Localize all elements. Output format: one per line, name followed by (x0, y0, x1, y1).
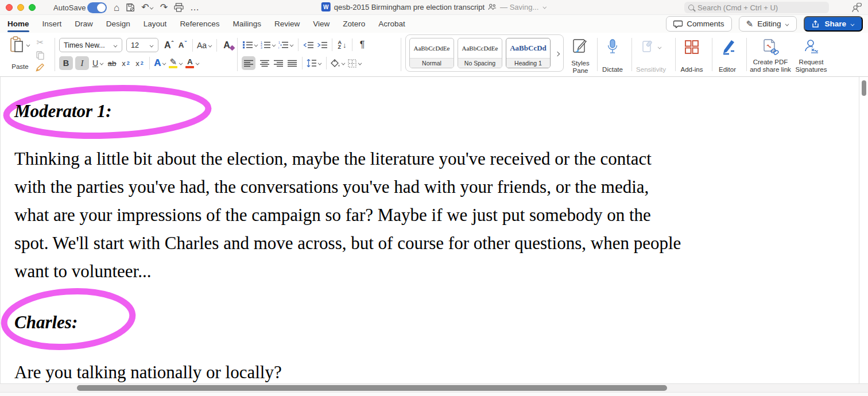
search-input[interactable] (698, 3, 818, 12)
clear-formatting-button[interactable]: A (220, 38, 234, 52)
change-case-label: Aa (197, 41, 207, 50)
line-spacing-button[interactable] (305, 56, 323, 70)
tab-draw[interactable]: Draw (75, 15, 93, 33)
create-pdf-button[interactable]: Create PDFand share link (749, 33, 792, 77)
align-center-button[interactable] (258, 56, 272, 70)
tab-view[interactable]: View (313, 15, 330, 33)
change-case-button[interactable]: Aa (196, 38, 214, 52)
redo-icon[interactable]: ↷ (160, 3, 168, 12)
shading-button[interactable] (330, 56, 347, 70)
word-app-window: AutoSave ⌂ ↶ ↷ … W qesb-2015 Birmingham … (0, 0, 868, 396)
search-box[interactable] (684, 2, 829, 13)
title-chevron-icon[interactable] (542, 5, 546, 9)
dictate-button[interactable]: Dictate (599, 33, 626, 77)
svg-text:i: i (278, 46, 279, 49)
undo-chevron-icon[interactable] (149, 6, 153, 9)
request-signatures-label: RequestSignatures (793, 59, 829, 73)
comments-button[interactable]: Comments (666, 16, 731, 32)
grow-font-button[interactable]: Aˆ (162, 38, 176, 52)
tab-zotero[interactable]: Zotero (343, 15, 365, 33)
style-normal-label: Normal (410, 58, 454, 68)
zoom-window-button[interactable] (29, 4, 36, 11)
vertical-scrollbar-thumb[interactable] (862, 80, 866, 96)
highlight-chevron-icon (179, 61, 183, 65)
styles-pane-button[interactable]: StylesPane (566, 33, 595, 77)
horizontal-scrollbar-track[interactable] (0, 383, 868, 392)
tab-acrobat[interactable]: Acrobat (378, 15, 405, 33)
borders-button[interactable] (347, 56, 363, 70)
request-signatures-icon (804, 39, 819, 55)
underline-button[interactable]: U (91, 56, 105, 70)
undo-button[interactable]: ↶ (141, 3, 153, 12)
increase-indent-button[interactable] (315, 38, 329, 52)
copy-icon[interactable] (36, 51, 44, 60)
sort-button[interactable]: AZ ↓ (335, 38, 349, 52)
tab-layout[interactable]: Layout (144, 15, 167, 33)
borders-chevron-icon (358, 61, 362, 65)
line-spacing-icon (307, 59, 316, 67)
format-painter-icon[interactable] (36, 63, 45, 72)
horizontal-scrollbar-thumb[interactable] (77, 385, 667, 391)
align-right-button[interactable] (272, 56, 285, 70)
tab-review[interactable]: Review (274, 15, 300, 33)
tab-insert[interactable]: Insert (42, 15, 62, 33)
tab-home[interactable]: Home (7, 15, 29, 33)
cut-icon[interactable]: ✂ (37, 37, 44, 48)
bullets-icon (243, 41, 253, 49)
tab-mailings[interactable]: Mailings (232, 15, 261, 33)
request-signatures-button[interactable]: RequestSignatures (793, 33, 829, 77)
close-window-button[interactable] (6, 4, 13, 11)
document-title[interactable]: qesb-2015 Birmingham pre election transc… (334, 3, 485, 11)
more-commands-icon[interactable]: … (190, 3, 199, 12)
font-name-chevron-icon (114, 43, 117, 46)
show-paragraph-marks-button[interactable]: ¶ (355, 38, 369, 52)
subscript-button[interactable]: x2 (119, 56, 133, 70)
style-normal[interactable]: AaBbCcDdEe Normal (409, 38, 454, 68)
bullets-button[interactable] (242, 38, 259, 52)
add-ins-button[interactable]: Add-ins (677, 33, 706, 77)
font-group: Times New... 12 Aˆ Aˇ Aa (59, 33, 236, 77)
numbering-button[interactable]: 123 (259, 38, 277, 52)
decrease-indent-button[interactable] (301, 38, 315, 52)
style-no-spacing-label: No Spacing (458, 58, 502, 68)
tab-references[interactable]: References (180, 15, 219, 33)
minimize-window-button[interactable] (17, 4, 24, 11)
justify-button[interactable] (285, 56, 299, 70)
document-canvas[interactable]: Moderator 1: Thinking a little bit about… (0, 77, 859, 383)
text-effects-chevron-icon (162, 61, 166, 65)
highlight-color-bar (169, 66, 177, 68)
autosave-toggle[interactable] (87, 2, 107, 13)
superscript-button[interactable]: x2 (133, 56, 146, 70)
style-heading1[interactable]: AaBbCcDd Heading 1 (506, 38, 551, 68)
paste-chevron-icon[interactable] (26, 43, 30, 46)
align-left-button[interactable] (242, 56, 255, 70)
tab-design[interactable]: Design (106, 15, 130, 33)
strikethrough-button[interactable]: ab (105, 56, 119, 70)
italic-button[interactable]: I (75, 56, 89, 70)
account-icon[interactable] (851, 2, 862, 13)
add-ins-label: Add-ins (677, 66, 706, 73)
highlight-button[interactable]: ✎ (168, 56, 184, 70)
document-line: want to volunteer... (14, 257, 681, 285)
text-effects-button[interactable]: A (153, 56, 168, 70)
editor-label: Editor (714, 66, 741, 73)
clipboard-paste-icon (10, 36, 24, 53)
font-color-icon: A (185, 59, 194, 68)
font-size-select[interactable]: 12 (126, 38, 158, 52)
multilevel-list-button[interactable]: 1ai (277, 38, 295, 52)
styles-gallery-expand-icon[interactable] (555, 48, 560, 59)
home-icon[interactable]: ⌂ (114, 3, 119, 13)
bold-button[interactable]: B (59, 56, 73, 70)
paste-button[interactable]: Paste (5, 36, 36, 74)
sensitivity-button[interactable]: Sensitivity (633, 33, 669, 77)
share-button[interactable]: Share (804, 16, 863, 32)
share-icon (812, 20, 820, 28)
style-no-spacing[interactable]: AaBbCcDdEe No Spacing (458, 38, 502, 68)
print-icon[interactable] (174, 3, 184, 12)
save-icon[interactable] (126, 3, 135, 12)
font-color-button[interactable]: A (184, 56, 201, 70)
editing-mode-button[interactable]: ✎ Editing (739, 16, 797, 32)
font-name-select[interactable]: Times New... (59, 38, 122, 52)
editor-button[interactable]: Editor (714, 33, 741, 77)
shrink-font-button[interactable]: Aˇ (176, 38, 189, 52)
